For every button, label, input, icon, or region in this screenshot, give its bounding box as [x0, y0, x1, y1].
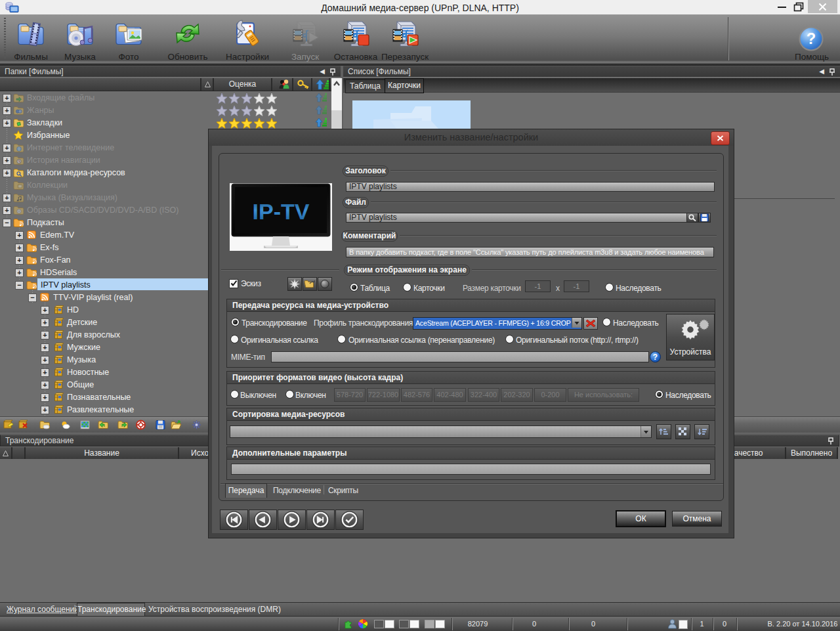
- svg-text:?: ?: [653, 353, 658, 362]
- svg-text:IP-TV: IP-TV: [253, 199, 310, 224]
- svg-text:?: ?: [807, 30, 816, 47]
